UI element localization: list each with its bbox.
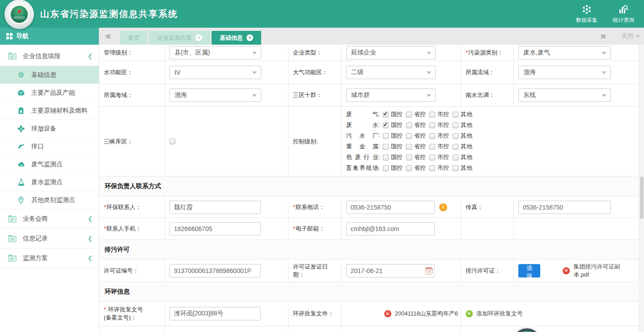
sea-area-select[interactable]: 渤海 xyxy=(169,88,261,102)
river-basin-select[interactable]: 渤海 xyxy=(518,66,611,79)
national-control-checkbox[interactable]: 国控 xyxy=(383,132,406,140)
tabs-scroll-right-icon[interactable]: » xyxy=(597,31,610,41)
sidebar-group-info-records[interactable]: 信息记录 ❮ xyxy=(0,229,99,248)
env-contact-input[interactable] xyxy=(169,201,261,214)
province-control-checkbox[interactable]: 省控 xyxy=(406,132,429,140)
fax-input[interactable] xyxy=(518,201,611,214)
sidebar-group-business-consult[interactable]: 业务会商 ❮ xyxy=(0,209,99,229)
eia-approval-number-input[interactable] xyxy=(169,307,261,320)
three-gorges-checkbox[interactable] xyxy=(169,139,175,144)
province-control-checkbox[interactable]: 省控 xyxy=(406,164,429,172)
chevron-down-icon xyxy=(252,94,257,97)
tabs-scroll-left-icon[interactable]: « xyxy=(102,31,114,41)
sidebar-item-outlets[interactable]: 排口 xyxy=(0,138,99,155)
three-zones-ten-clusters-select[interactable]: 城市群 xyxy=(346,88,436,102)
sidebar-item-products-capacity[interactable]: 主要产品及产能 xyxy=(0,84,99,102)
close-tabs-label: 关闭 xyxy=(621,32,634,40)
eia-file-link[interactable]: 20041118山东晨鸣年产6 xyxy=(395,310,458,318)
sidebar-item-waste-gas-points[interactable]: co 废气监测点 xyxy=(0,155,99,173)
cube-icon xyxy=(17,89,25,97)
sidebar-item-other-monitor-points[interactable]: 其他类别监测点 xyxy=(0,191,99,209)
tab-home[interactable]: 首页 xyxy=(120,31,148,45)
sidebar-group-monitor-plan[interactable]: 监测方案 ❮ xyxy=(0,248,99,268)
tab-basic-info[interactable]: 基础信息 ✕ xyxy=(212,31,261,45)
sidebar-item-raw-materials-fuel[interactable]: 主要原辅材料及燃料 xyxy=(0,102,99,120)
sidebar-item-basic-info[interactable]: ⚙ 基础信息 xyxy=(0,66,99,84)
data-collection-label: 数据采集 xyxy=(576,17,597,24)
sidebar-group-label: 信息记录 xyxy=(23,235,48,243)
statistics-query-label: 统计查询 xyxy=(613,17,634,24)
chevron-down-icon xyxy=(252,52,257,55)
field-label: 管理级别： xyxy=(104,49,133,57)
province-control-checkbox[interactable]: 省控 xyxy=(406,143,429,151)
scrollbar-thumb[interactable] xyxy=(640,177,644,219)
contact-phone-input[interactable] xyxy=(346,201,435,214)
other-control-checkbox[interactable]: 其他 xyxy=(453,164,476,172)
tab-enterprise-monitor-plan[interactable]: 企业监测方案 ✕ xyxy=(149,31,210,45)
province-control-checkbox[interactable]: 省控 xyxy=(406,153,429,161)
national-control-checkbox[interactable]: 国控 xyxy=(383,143,406,151)
control-row-label: 污水厂: xyxy=(346,132,383,140)
other-control-checkbox[interactable]: 其他 xyxy=(453,110,476,118)
permit-file-link[interactable]: 集团排污许可证副本.pdf xyxy=(573,263,634,279)
sidebar-group-enterprise-info[interactable]: 企业信息填报 ❮ xyxy=(0,46,99,66)
national-control-checkbox[interactable]: 国控 xyxy=(383,153,406,161)
sidebar-item-waste-water-points[interactable]: 废水监测点 xyxy=(0,173,99,191)
air-function-zone-select[interactable]: 二级 xyxy=(346,66,436,79)
tab-bar: « 首页 企业监测方案 ✕ 基础信息 ✕ » xyxy=(99,28,644,45)
chevron-down-icon xyxy=(427,71,431,74)
calendar-icon[interactable]: 15 xyxy=(425,267,432,274)
province-control-checkbox[interactable]: 省控 xyxy=(406,121,429,129)
map-pin-icon xyxy=(17,197,25,204)
close-tabs-dropdown[interactable]: 关闭 xyxy=(621,32,640,40)
chevron-left-icon: ❮ xyxy=(88,255,93,261)
other-control-checkbox[interactable]: 其他 xyxy=(453,132,476,140)
info-icon[interactable]: i xyxy=(439,203,447,211)
select-value: 东线 xyxy=(523,91,536,99)
field-label: 排污许可证： xyxy=(466,267,500,275)
field-label: 许可证发证日期： xyxy=(293,263,337,279)
city-control-checkbox[interactable]: 市控 xyxy=(429,132,453,140)
other-control-checkbox[interactable]: 其他 xyxy=(453,153,476,161)
delete-file-icon[interactable]: ✕ xyxy=(384,310,391,317)
data-collection-button[interactable]: 数据采集 xyxy=(576,4,597,24)
city-control-checkbox[interactable]: 市控 xyxy=(429,110,453,118)
control-level-row: 重金属: 国控 省控 市控 其他 xyxy=(346,142,476,151)
contact-mobile-input[interactable] xyxy=(169,222,261,235)
sidebar-item-label: 排口 xyxy=(31,143,44,151)
delete-file-icon[interactable]: ✕ xyxy=(563,267,570,274)
other-control-checkbox[interactable]: 其他 xyxy=(453,121,476,129)
national-control-checkbox[interactable]: 国控 xyxy=(383,121,406,129)
chevron-left-icon: ❮ xyxy=(88,215,93,222)
statistics-query-button[interactable]: 统计查询 xyxy=(613,4,634,24)
national-control-checkbox[interactable]: 国控 xyxy=(383,110,406,118)
field-label: 联系电话： xyxy=(293,203,325,211)
choose-file-button[interactable]: 选择 xyxy=(518,264,540,277)
south-north-water-select[interactable]: 东线 xyxy=(518,88,611,102)
sidebar-item-emission-equipment[interactable]: 排放设备 xyxy=(0,120,99,138)
city-control-checkbox[interactable]: 市控 xyxy=(429,121,453,129)
national-control-checkbox[interactable]: 国控 xyxy=(383,164,406,172)
city-control-checkbox[interactable]: 市控 xyxy=(429,153,453,161)
province-control-checkbox[interactable]: 省控 xyxy=(406,110,429,118)
field-label: 三区十群： xyxy=(293,91,322,99)
select-value: 渤海 xyxy=(523,68,536,76)
form-content: 管理级别： 县(市、区属) 企业类型： 延续企业 污染源类别： 废水,废气 水功… xyxy=(99,45,644,332)
sidebar-group-label: 企业信息填报 xyxy=(23,52,60,60)
city-control-checkbox[interactable]: 市控 xyxy=(429,164,453,172)
city-control-checkbox[interactable]: 市控 xyxy=(429,143,453,151)
tab-close-icon[interactable]: ✕ xyxy=(195,34,202,41)
other-control-checkbox[interactable]: 其他 xyxy=(453,143,476,151)
water-function-zone-select[interactable]: IV xyxy=(169,66,261,79)
add-icon[interactable]: + xyxy=(466,310,473,317)
pollution-source-type-select[interactable]: 废水,废气 xyxy=(518,46,611,59)
add-eia-number-link[interactable]: 添加环评批复文号 xyxy=(476,310,523,318)
email-input[interactable] xyxy=(346,222,435,235)
tab-close-icon[interactable]: ✕ xyxy=(246,34,253,41)
enterprise-type-select[interactable]: 延续企业 xyxy=(346,46,436,59)
permit-number-input[interactable] xyxy=(169,264,261,277)
folder-icon xyxy=(8,254,17,262)
management-level-select[interactable]: 县(市、区属) xyxy=(169,46,261,59)
permit-issue-date-input[interactable] xyxy=(346,264,435,277)
folder-icon xyxy=(8,235,17,242)
